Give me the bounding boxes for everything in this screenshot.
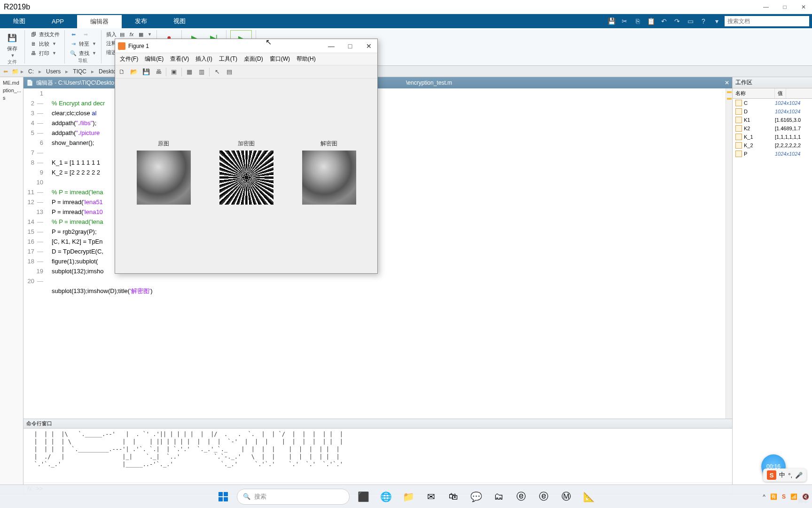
- find-button[interactable]: 🔍查找▼: [69, 49, 97, 57]
- workspace-var-row[interactable]: K2[1.4689,1.7: [733, 124, 812, 133]
- tab-plots[interactable]: 绘图: [0, 14, 39, 28]
- tab-apps[interactable]: APP: [39, 14, 77, 28]
- wechat-icon[interactable]: 💬: [467, 488, 485, 506]
- tool-icon[interactable]: Ⓜ: [557, 488, 575, 506]
- tab-close-icon[interactable]: ✕: [725, 79, 729, 86]
- workspace-var-row[interactable]: K1[1.6165,3.0: [733, 116, 812, 124]
- figure-axes-area[interactable]: 原图 加密图 解密图: [115, 79, 377, 273]
- menu-desktop[interactable]: 桌面(D): [241, 54, 266, 64]
- ime-lang[interactable]: 中: [779, 471, 785, 479]
- app-icon[interactable]: 🗂: [490, 488, 508, 506]
- system-tray[interactable]: ^ 🈶 S 📶 🔇: [763, 493, 809, 500]
- folder-icon[interactable]: 📁: [11, 68, 19, 75]
- workspace-panel[interactable]: 工作区 名称 值 C1024x1024D1024x1024K1[1.6165,3…: [732, 77, 812, 494]
- windows-taskbar[interactable]: 🔍搜索 ⬛ 🌐 📁 ✉ 🛍 💬 🗂 ⓔ ⓔ Ⓜ 📐 ^ 🈶 S 📶 🔇: [0, 484, 812, 508]
- figure-toolbar[interactable]: 🗋 📂 💾 🖶 ▣ ▦ ▥ ↖ ▤: [115, 65, 377, 79]
- task-view-icon[interactable]: ⬛: [354, 488, 372, 506]
- sogou-icon[interactable]: S: [767, 470, 776, 480]
- back-button[interactable]: ⬅: [69, 30, 78, 39]
- new-fig-icon[interactable]: 🗋: [117, 67, 126, 77]
- cut-icon[interactable]: ✂: [619, 16, 630, 26]
- command-window-output[interactable]: | | | |\ `._____.--' | . `' .'|| | | | |…: [23, 429, 732, 483]
- ime-toolbar[interactable]: S 中 °, 🎤: [763, 468, 806, 482]
- subplot-3-image[interactable]: [302, 151, 356, 205]
- editor-marker-strip[interactable]: [726, 88, 732, 419]
- inspector-icon[interactable]: ▤: [225, 67, 234, 77]
- tab-editor[interactable]: 编辑器: [77, 14, 122, 28]
- qat-dropdown-icon[interactable]: ▾: [711, 16, 722, 26]
- find-files-button[interactable]: 🗐查找文件: [29, 30, 61, 39]
- paste-icon[interactable]: 📋: [646, 16, 656, 26]
- copy-icon[interactable]: ⎘: [632, 16, 643, 26]
- browser-icon[interactable]: ⓔ: [535, 488, 553, 506]
- addr-drive[interactable]: C:: [25, 68, 37, 75]
- workspace-var-row[interactable]: D1024x1024: [733, 107, 812, 116]
- redo-icon[interactable]: ↷: [672, 16, 682, 26]
- tray-volume-icon[interactable]: 🔇: [802, 493, 809, 500]
- ime-punct-icon[interactable]: °,: [788, 472, 792, 479]
- search-docs-input[interactable]: [725, 16, 809, 26]
- insert-button[interactable]: 插入 ▤ fx ▦▼: [105, 30, 153, 39]
- fig-minimize-button[interactable]: —: [326, 42, 337, 50]
- save-button[interactable]: 💾 保存 ▼: [4, 30, 21, 59]
- figure-menubar[interactable]: 文件(F) 编辑(E) 查看(V) 插入(I) 工具(T) 桌面(D) 窗口(W…: [115, 53, 377, 65]
- menu-view[interactable]: 查看(V): [167, 54, 192, 64]
- tray-sogou-icon[interactable]: S: [782, 493, 786, 500]
- dock-icon[interactable]: ▣: [169, 67, 179, 77]
- edge-icon[interactable]: 🌐: [377, 488, 395, 506]
- col-name[interactable]: 名称: [733, 88, 775, 98]
- addr-users[interactable]: Users: [43, 68, 63, 75]
- print-fig-icon[interactable]: 🖶: [154, 67, 163, 77]
- compare-button[interactable]: 🗎比较▼: [29, 40, 61, 48]
- current-folder-panel[interactable]: ME.md ption_... s: [0, 77, 23, 494]
- taskbar-search[interactable]: 🔍搜索: [237, 489, 350, 505]
- menu-file[interactable]: 文件(F): [117, 54, 141, 64]
- tray-chevron-icon[interactable]: ^: [763, 493, 765, 500]
- menu-tools[interactable]: 工具(T): [216, 54, 240, 64]
- subplot-2-image[interactable]: [219, 151, 273, 205]
- tray-wifi-icon[interactable]: 📶: [790, 493, 797, 500]
- figure-titlebar[interactable]: Figure 1 — □ ✕: [115, 39, 377, 53]
- workspace-var-row[interactable]: K_1[1,1,1,1,1,1: [733, 133, 812, 141]
- figure-window[interactable]: Figure 1 — □ ✕ 文件(F) 编辑(E) 查看(V) 插入(I) 工…: [115, 39, 378, 274]
- layout-icon[interactable]: ▭: [685, 16, 695, 26]
- editor-tab-encryption[interactable]: \encryption_test.m ✕: [403, 77, 732, 88]
- col-value[interactable]: 值: [775, 88, 786, 98]
- maximize-button[interactable]: □: [780, 2, 789, 12]
- tab-view[interactable]: 视图: [160, 14, 199, 28]
- ie-icon[interactable]: ⓔ: [512, 488, 530, 506]
- workspace-var-row[interactable]: C1024x1024: [733, 99, 812, 107]
- forward-button[interactable]: ➡: [81, 30, 90, 39]
- save-icon[interactable]: 💾: [606, 16, 617, 26]
- workspace-var-row[interactable]: K_2[2,2,2,2,2,2: [733, 141, 812, 150]
- help-icon[interactable]: ?: [698, 16, 709, 26]
- menu-insert[interactable]: 插入(I): [193, 54, 215, 64]
- folder-back-icon[interactable]: ⬅: [2, 68, 9, 75]
- command-window[interactable]: 命令行窗口 | | | |\ `._____.--' | . `' .'|| |…: [23, 419, 732, 494]
- menu-window[interactable]: 窗口(W): [267, 54, 293, 64]
- subplot-1-image[interactable]: [137, 151, 191, 205]
- datacursor-icon[interactable]: ▦: [185, 67, 194, 77]
- workspace-columns[interactable]: 名称 值: [733, 88, 812, 99]
- explorer-icon[interactable]: 📁: [399, 488, 417, 506]
- minimize-button[interactable]: —: [761, 2, 771, 12]
- mail-icon[interactable]: ✉: [422, 488, 440, 506]
- matlab-taskbar-icon[interactable]: 📐: [580, 488, 598, 506]
- menu-edit[interactable]: 编辑(E): [142, 54, 166, 64]
- workspace-var-row[interactable]: P1024x1024: [733, 150, 812, 158]
- goto-button[interactable]: ⇥转至▼: [69, 40, 97, 48]
- save-fig-icon[interactable]: 💾: [141, 67, 151, 77]
- addr-user[interactable]: TIQC: [70, 68, 89, 75]
- fig-maximize-button[interactable]: □: [344, 42, 356, 50]
- undo-icon[interactable]: ↶: [659, 16, 669, 26]
- tab-publish[interactable]: 发布: [122, 14, 160, 28]
- open-fig-icon[interactable]: 📂: [129, 67, 139, 77]
- file-item[interactable]: ption_...: [2, 87, 21, 94]
- ime-mic-icon[interactable]: 🎤: [795, 472, 803, 479]
- file-item[interactable]: ME.md: [2, 79, 21, 87]
- start-button[interactable]: [214, 488, 232, 506]
- menu-help[interactable]: 帮助(H): [294, 54, 319, 64]
- close-button[interactable]: ✕: [799, 2, 808, 12]
- fig-close-button[interactable]: ✕: [363, 42, 375, 50]
- print-button[interactable]: 🖶打印▼: [29, 49, 61, 57]
